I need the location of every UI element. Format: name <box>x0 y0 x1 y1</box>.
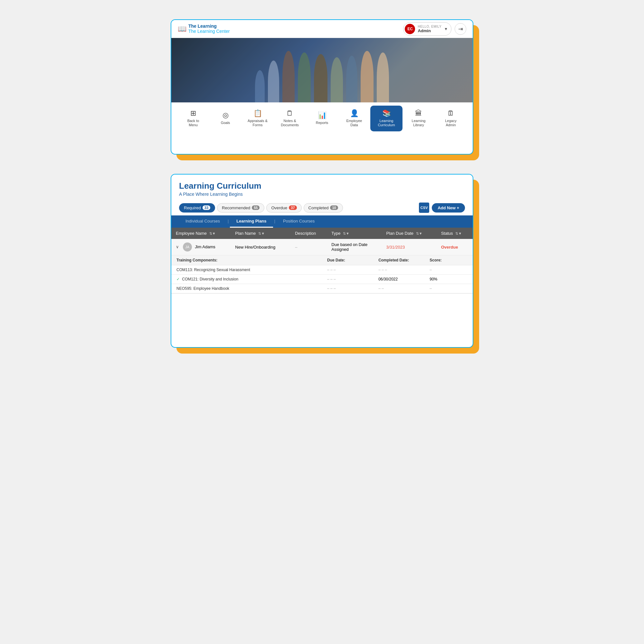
table-row: ∨ JA Jim Adams New Hire/Onboarding – Due… <box>171 239 473 255</box>
sub-tab-sep-1: | <box>226 215 230 228</box>
employee-name: Jim Adams <box>195 244 215 249</box>
tab-overdue[interactable]: Overdue 37 <box>266 203 301 213</box>
comp-name-1: COM113: Recognizing Sexual Harassment <box>171 265 322 275</box>
person-4 <box>298 52 311 102</box>
nav-item-learning-curriculum[interactable]: 📚 LearningCurriculum <box>370 106 403 131</box>
nav-label-back: Back toMenu <box>187 119 199 127</box>
nav-icons: ⊞ Back toMenu ◎ Goals 📋 Appraisals &Form… <box>171 102 473 135</box>
comp-score-3: – <box>424 284 473 293</box>
expand-icon[interactable]: ∨ <box>176 244 179 249</box>
detail-cell: Training Components: Due Date: Completed… <box>171 255 473 294</box>
sub-tab-individual-courses[interactable]: Individual Courses <box>179 215 226 228</box>
comp-name-3: NEO595: Employee Handbook <box>171 284 322 293</box>
curriculum-icon: 📚 <box>382 110 391 117</box>
logo-text: The LearningThe Learning Center <box>188 24 230 34</box>
person-8 <box>361 51 374 102</box>
nav-label-appraisals: Appraisals &Forms <box>248 119 268 127</box>
logout-button[interactable]: ⇥ <box>455 23 466 35</box>
tab-required[interactable]: Required 33 <box>179 203 215 213</box>
sub-tab-learning-plans[interactable]: Learning Plans <box>230 215 273 228</box>
person-6 <box>331 57 343 102</box>
table-detail-row: Training Components: Due Date: Completed… <box>171 255 473 294</box>
nav-item-employee-data[interactable]: 👤 EmployeeData <box>338 106 370 131</box>
col-description: Description <box>290 228 327 239</box>
employee-avatar: JA <box>183 242 192 251</box>
tab-recommended[interactable]: Recommended 55 <box>217 203 264 213</box>
sort-date-icon[interactable]: ⇅▼ <box>416 232 422 235</box>
nav-label-goals: Goals <box>221 121 230 125</box>
component-row-1: COM113: Recognizing Sexual Harassment – … <box>171 265 473 275</box>
comp-header-due: Due Date: <box>322 255 373 265</box>
banner-image <box>171 38 473 102</box>
comp-completed-2: 06/30/2022 <box>373 275 424 284</box>
tabs-right: CSV Add New + <box>419 203 465 213</box>
sort-status-icon[interactable]: ⇅▼ <box>455 232 462 235</box>
comp-score-1: – <box>424 265 473 275</box>
comp-header-score: Score: <box>424 255 473 265</box>
comp-header-completed: Completed Date: <box>373 255 424 265</box>
csv-button[interactable]: CSV <box>419 203 429 213</box>
add-new-button[interactable]: Add New + <box>432 203 465 213</box>
tab-required-badge: 33 <box>203 205 210 210</box>
components-table: Training Components: Due Date: Completed… <box>171 255 473 293</box>
col-type: Type ⇅▼ <box>327 228 382 239</box>
sort-employee-icon[interactable]: ⇅▼ <box>209 232 216 235</box>
sub-tab-sep-2: | <box>273 215 277 228</box>
nav-item-legacy-admin[interactable]: 🗓 LegacyAdmin <box>435 106 467 131</box>
user-pill[interactable]: EC HELLO, EMILY Admin ▼ <box>403 22 451 36</box>
table-body: ∨ JA Jim Adams New Hire/Onboarding – Due… <box>171 239 473 294</box>
nav-item-back-to-menu[interactable]: ⊞ Back toMenu <box>177 106 209 131</box>
sub-tab-position-courses[interactable]: Position Courses <box>277 215 321 228</box>
sub-tab-position-label: Position Courses <box>283 219 315 223</box>
nav-label-employee: EmployeeData <box>346 119 362 127</box>
tab-required-label: Required <box>184 205 201 210</box>
csv-label: CSV <box>421 206 428 210</box>
nav-item-goals[interactable]: ◎ Goals <box>209 106 241 131</box>
person-9 <box>377 52 389 102</box>
component-row-3: NEO595: Employee Handbook – – – – – – <box>171 284 473 293</box>
tab-completed-label: Completed <box>308 205 329 210</box>
logo-icon: 📖 <box>178 25 186 33</box>
comp-completed-3: – – <box>373 284 424 293</box>
bottom-card-wrapper: Learning Curriculum A Place Where Learni… <box>171 174 480 354</box>
goals-icon: ◎ <box>223 112 229 119</box>
person-1 <box>255 70 265 102</box>
nav-item-learning-library[interactable]: 🏛 LearningLibrary <box>403 106 435 131</box>
grid-icon: ⊞ <box>190 110 196 117</box>
check-icon: ✓ <box>176 277 180 281</box>
col-status: Status ⇅▼ <box>437 228 473 239</box>
cell-status: Overdue <box>437 239 473 255</box>
employee-icon: 👤 <box>350 110 359 117</box>
cell-employee: ∨ JA Jim Adams <box>171 239 231 255</box>
lc-title: Learning Curriculum <box>179 181 465 191</box>
learning-plans-table: Employee Name ⇅▼ Plan Name ⇅▼ Descriptio… <box>171 228 473 294</box>
user-initials: EC <box>407 27 413 31</box>
lc-subtitle: A Place Where Learning Begins <box>179 192 465 197</box>
appraisals-icon: 📋 <box>253 110 262 117</box>
table-header-row: Employee Name ⇅▼ Plan Name ⇅▼ Descriptio… <box>171 228 473 239</box>
nav-item-notes[interactable]: 🗒 Notes &Documents <box>274 106 306 131</box>
tab-completed[interactable]: Completed 10 <box>304 203 343 213</box>
nav-item-appraisals[interactable]: 📋 Appraisals &Forms <box>241 106 274 131</box>
bottom-card: Learning Curriculum A Place Where Learni… <box>171 174 473 348</box>
top-header: 📖 The LearningThe Learning Center EC HEL… <box>171 20 473 38</box>
sort-plan-icon[interactable]: ⇅▼ <box>258 232 265 235</box>
sub-tab-individual-label: Individual Courses <box>185 219 220 223</box>
table-container: Employee Name ⇅▼ Plan Name ⇅▼ Descriptio… <box>171 228 473 294</box>
logo: 📖 The LearningThe Learning Center <box>178 24 230 34</box>
nav-label-reports: Reports <box>316 121 328 125</box>
person-2 <box>268 61 279 102</box>
lc-header: Learning Curriculum A Place Where Learni… <box>171 175 473 200</box>
sub-tabs: Individual Courses | Learning Plans | Po… <box>171 215 473 228</box>
reports-icon: 📊 <box>318 112 327 119</box>
header-right: EC HELLO, EMILY Admin ▼ ⇥ <box>403 22 466 36</box>
nav-label-notes: Notes &Documents <box>281 119 299 127</box>
library-icon: 🏛 <box>415 110 422 117</box>
component-row-2: ✓ COM121: Diversity and Inclusion – – – … <box>171 275 473 284</box>
nav-item-reports[interactable]: 📊 Reports <box>306 106 338 131</box>
top-card: 📖 The LearningThe Learning Center EC HEL… <box>171 19 473 155</box>
status-value: Overdue <box>441 245 458 250</box>
comp-due-1: – – – <box>322 265 373 275</box>
sort-type-icon[interactable]: ⇅▼ <box>343 232 349 235</box>
comp-score-2: 90% <box>424 275 473 284</box>
